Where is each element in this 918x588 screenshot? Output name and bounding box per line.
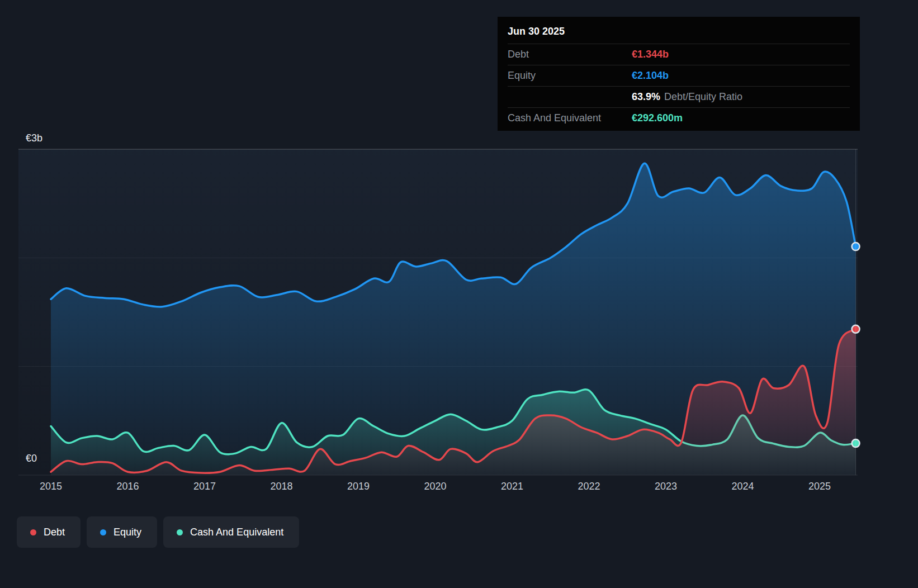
x-axis-label-2022: 2022 [578, 481, 600, 492]
legend-item-cash[interactable]: Cash And Equivalent [163, 516, 299, 548]
tooltip-date: Jun 30 2025 [508, 22, 850, 44]
legend: Debt Equity Cash And Equivalent [17, 516, 299, 548]
debt-series-dot-icon [30, 529, 36, 535]
x-axis-label-2025: 2025 [808, 481, 831, 492]
x-axis-label-2021: 2021 [501, 481, 523, 492]
x-axis-label-2017: 2017 [193, 481, 216, 492]
x-axis-label-2019: 2019 [347, 481, 370, 492]
tooltip-ratio-percent: 63.9% [632, 91, 660, 102]
x-axis-label-2024: 2024 [731, 481, 754, 492]
equity-series-dot-icon [100, 529, 106, 535]
tooltip-ratio-label: Debt/Equity Ratio [664, 91, 742, 102]
tooltip: Jun 30 2025 Debt €1.344b Equity €2.104b … [498, 17, 860, 131]
legend-label-equity: Equity [113, 527, 141, 538]
tooltip-debt-value: €1.344b [632, 49, 669, 60]
cash-series-dot-icon [177, 529, 183, 535]
tooltip-row-debt: Debt €1.344b [508, 44, 850, 65]
chart-page: Jun 30 2025 Debt €1.344b Equity €2.104b … [0, 0, 918, 588]
tooltip-row-cash: Cash And Equivalent €292.600m [508, 107, 850, 129]
y-axis-label-3b: €3b [26, 132, 42, 144]
tooltip-equity-label: Equity [508, 70, 632, 82]
tooltip-equity-value: €2.104b [632, 70, 669, 82]
tooltip-row-equity: Equity €2.104b [508, 65, 850, 86]
legend-label-debt: Debt [44, 527, 65, 538]
tooltip-debt-label: Debt [508, 49, 632, 60]
tooltip-row-ratio: 63.9%Debt/Equity Ratio [508, 86, 850, 107]
x-axis-label-2018: 2018 [270, 481, 292, 492]
x-axis: 2015201620172018201920202021202220232024… [0, 481, 918, 496]
tooltip-cash-value: €292.600m [632, 112, 683, 124]
legend-label-cash: Cash And Equivalent [190, 527, 283, 538]
x-axis-label-2015: 2015 [40, 481, 62, 492]
tooltip-cash-label: Cash And Equivalent [508, 112, 632, 124]
x-axis-label-2020: 2020 [424, 481, 446, 492]
tooltip-ratio-value: 63.9%Debt/Equity Ratio [632, 91, 742, 103]
legend-item-debt[interactable]: Debt [17, 516, 81, 548]
legend-item-equity[interactable]: Equity [87, 516, 157, 548]
x-axis-label-2016: 2016 [116, 481, 139, 492]
y-axis-label-0: €0 [26, 453, 37, 464]
x-axis-label-2023: 2023 [655, 481, 677, 492]
